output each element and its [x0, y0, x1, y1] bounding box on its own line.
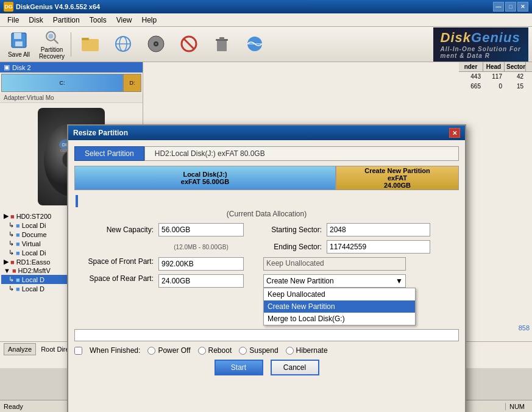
analyze-button[interactable]: Analyze [4, 343, 36, 355]
tab-select-partition[interactable]: Select Partition [74, 146, 144, 161]
title-controls: — □ ✕ [493, 2, 528, 12]
ending-sector-label: Ending Sector: [249, 243, 322, 251]
brand-title: DiskGenius [441, 30, 521, 46]
svg-rect-6 [82, 39, 99, 51]
size-indicator [76, 195, 78, 207]
dialog-buttons: Start Cancel [74, 360, 459, 375]
svg-rect-2 [15, 41, 23, 46]
status-text: Ready [4, 403, 23, 410]
ending-sector-input[interactable] [327, 240, 430, 254]
radio-suspend: Suspend [239, 346, 278, 355]
resize-partition-dialog: Resize Partition ✕ Select Partition HD2:… [67, 124, 466, 412]
radio-hibernate: Hibernate [286, 346, 328, 355]
menu-partition[interactable]: Partition [48, 15, 85, 26]
disk-label: ▣ Disk 2 [0, 62, 143, 73]
partition-recovery-label: Partition Recovery [37, 46, 66, 60]
svg-point-5 [48, 34, 53, 38]
dialog-title-bar: Resize Partition ✕ [68, 126, 465, 140]
folder-icon [80, 34, 100, 54]
radio-reboot: Reboot [198, 346, 232, 355]
menu-help[interactable]: Help [137, 15, 162, 26]
menu-view[interactable]: View [112, 15, 137, 26]
close-button[interactable]: ✕ [517, 2, 528, 12]
partition-visual-bar: Local Disk(J:) exFAT 56.00GB Create New … [74, 166, 459, 190]
start-button[interactable]: Start [215, 360, 263, 375]
new-capacity-input[interactable] [158, 223, 244, 236]
existing-partition: Local Disk(J:) exFAT 56.00GB [75, 166, 336, 190]
table-row-1: 443 117 42 [459, 72, 532, 82]
save-all-label: Save All [8, 51, 30, 58]
partition-recovery-button[interactable]: Partition Recovery [37, 29, 67, 60]
toolbar-btn-6[interactable] [174, 29, 204, 60]
progress-bar [74, 329, 459, 341]
dropdown-option-create[interactable]: Create New Partition [264, 300, 415, 313]
svg-rect-7 [82, 38, 89, 40]
svg-line-4 [54, 40, 58, 43]
radio-reboot-input[interactable] [198, 347, 206, 355]
td-2-1: 665 [459, 82, 483, 91]
td-1-3: 42 [505, 72, 526, 81]
toolbar-divider [71, 32, 71, 57]
dropdown-arrow-icon: ▼ [395, 277, 403, 285]
radio-suspend-input[interactable] [239, 347, 247, 355]
trash-icon [212, 34, 232, 54]
menu-tools[interactable]: Tools [85, 15, 112, 26]
toolbar-btn-7[interactable] [207, 29, 237, 60]
disk-part-c: C: [1, 74, 123, 92]
dialog-title-text: Resize Partition [73, 129, 128, 137]
disk-icon [146, 34, 166, 54]
dropdown-menu: Keep Unallocated Create New Partition Me… [263, 288, 416, 325]
capacity-hint: (12.0MB - 80.00GB) [158, 244, 244, 250]
starting-sector-label: Starting Sector: [249, 226, 322, 234]
minimize-button[interactable]: — [493, 2, 504, 12]
main-area: ▣ Disk 2 C: D: Adapter:Virtual Mo [0, 62, 532, 368]
menu-file[interactable]: File [2, 15, 24, 26]
td-1-2: 117 [483, 72, 505, 81]
radio-poweroff-input[interactable] [147, 347, 155, 355]
recovery-icon [42, 29, 62, 45]
starting-sector-input[interactable] [327, 223, 430, 236]
toolbar-btn-4[interactable] [108, 29, 138, 60]
when-finished-label: When Finished: [90, 346, 140, 355]
title-bar: DG DiskGenius V4.9.6.552 x64 — □ ✕ [0, 0, 532, 13]
front-part-label: Space of Front Part: [74, 257, 154, 266]
svg-rect-16 [217, 40, 227, 51]
rear-part-input[interactable] [158, 274, 244, 288]
radio-hibernate-input[interactable] [286, 347, 294, 355]
app-icon: DG [4, 2, 13, 12]
rear-part-dropdown[interactable]: Create New Partition ▼ [263, 274, 406, 288]
form-grid: New Capacity: Starting Sector: (12.0MB -… [74, 223, 459, 254]
dialog-body: Select Partition HD2:Local Disk(J:) exFA… [68, 140, 465, 382]
td-1-1: 443 [459, 72, 483, 81]
toolbar: Save All Partition Recovery [0, 27, 532, 62]
new-partition: Create New Partition exFAT 24.00GB [336, 166, 458, 190]
menu-bar: File Disk Partition Tools View Help [0, 13, 532, 27]
dialog-close-button[interactable]: ✕ [449, 128, 460, 138]
front-part-input[interactable] [158, 257, 244, 271]
rear-part-label: Space of Rear Part: [74, 274, 154, 283]
globe-icon [245, 34, 264, 54]
disk-part-d: D: [123, 74, 141, 92]
td-2-3: 15 [505, 82, 526, 91]
dropdown-option-keep[interactable]: Keep Unallocated [264, 288, 415, 300]
dropdown-option-merge[interactable]: Merge to Local Disk(G:) [264, 313, 415, 325]
when-finished-checkbox[interactable] [74, 347, 82, 355]
radio-poweroff: Power Off [147, 346, 190, 355]
cancel-button[interactable]: Cancel [271, 360, 319, 375]
toolbar-btn-5[interactable] [141, 29, 171, 60]
rear-part-dropdown-container: Create New Partition ▼ Keep Unallocated … [263, 274, 406, 288]
svg-line-15 [184, 39, 194, 49]
toolbar-btn-3[interactable] [75, 29, 105, 60]
no-icon [179, 34, 199, 54]
network-icon [113, 34, 133, 54]
brand-subtitle: All-In-One Solution For [441, 46, 521, 52]
new-capacity-label: New Capacity: [74, 226, 154, 234]
toolbar-btn-8[interactable] [239, 29, 270, 60]
menu-disk[interactable]: Disk [24, 15, 48, 26]
right-value: 858 [519, 324, 530, 332]
current-alloc-label: (Current Data Allocation) [74, 210, 459, 218]
td-2-2: 0 [483, 82, 505, 91]
save-all-button[interactable]: Save All [4, 29, 34, 60]
maximize-button[interactable]: □ [505, 2, 516, 12]
brand-subtitle2: ment & Data R [441, 52, 521, 59]
